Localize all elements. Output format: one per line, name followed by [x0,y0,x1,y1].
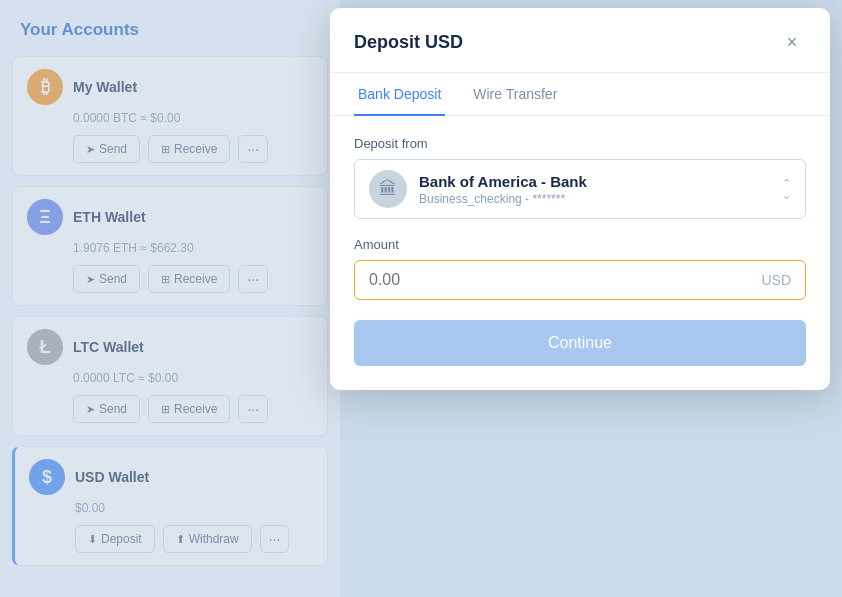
bank-building-icon: 🏛 [369,170,407,208]
modal-body: Deposit from 🏛 Bank of America - Bank Bu… [330,116,830,390]
tab-wire-transfer[interactable]: Wire Transfer [469,74,561,116]
amount-label: Amount [354,237,806,252]
amount-input-wrapper: USD [354,260,806,300]
bank-info: Bank of America - Bank Business_checking… [419,173,782,206]
modal-tabs: Bank Deposit Wire Transfer [330,73,830,116]
bank-name: Bank of America - Bank [419,173,782,190]
close-button[interactable]: × [778,28,806,56]
continue-button[interactable]: Continue [354,320,806,366]
bank-selector[interactable]: 🏛 Bank of America - Bank Business_checki… [354,159,806,219]
bank-subtext: Business_checking - ******* [419,192,782,206]
deposit-from-label: Deposit from [354,136,806,151]
amount-input[interactable] [369,271,761,289]
chevron-updown-icon: ⌃ ⌄ [782,177,791,201]
modal-header: Deposit USD × [330,8,830,73]
tab-bank-deposit[interactable]: Bank Deposit [354,74,445,116]
amount-section: Amount USD [354,237,806,300]
modal-title: Deposit USD [354,32,463,53]
deposit-modal: Deposit USD × Bank Deposit Wire Transfer… [330,8,830,390]
currency-label: USD [761,272,791,288]
